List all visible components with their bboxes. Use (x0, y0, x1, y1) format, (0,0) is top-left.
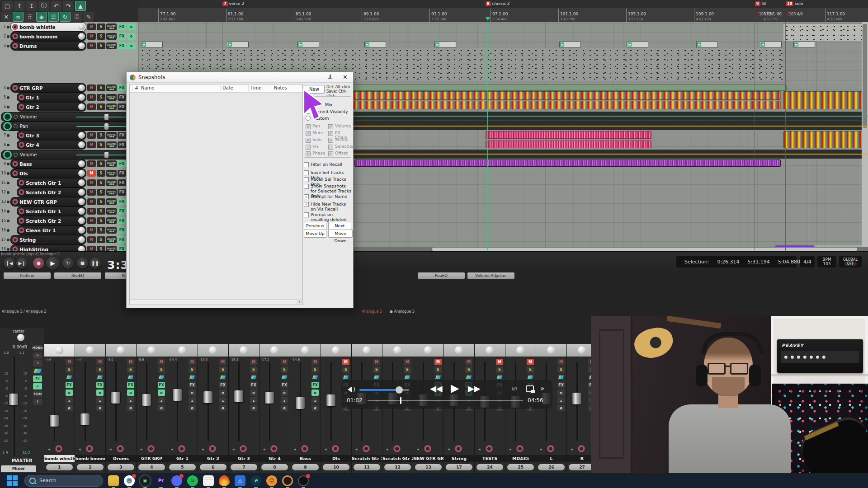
record-monitor-dot[interactable] (7, 191, 9, 194)
strip-pan-knob[interactable] (301, 346, 309, 354)
fx-slot[interactable]: Flatline (4, 272, 51, 279)
strip-record-arm[interactable] (147, 445, 155, 452)
record-arm-button[interactable] (12, 170, 18, 176)
solo-button[interactable]: S (97, 94, 105, 101)
strip-pan-knob[interactable] (578, 346, 586, 354)
record-monitor-dot[interactable] (7, 239, 9, 241)
strip-mute-button[interactable]: M (311, 359, 319, 365)
mute-button[interactable]: M (87, 141, 96, 148)
strip-trim-button[interactable]: ▴ (281, 397, 288, 404)
record-monitor-dot[interactable] (7, 172, 9, 175)
track-row-1[interactable]: 1bomb whistleMSROUTEFXo (0, 22, 138, 32)
strip-io-button[interactable]: o (311, 389, 319, 396)
record-monitor-dot[interactable] (7, 134, 9, 137)
mute-button[interactable]: M (87, 42, 96, 49)
record-arm-button[interactable] (19, 208, 24, 214)
more-controls-icon[interactable]: » (540, 385, 544, 393)
midi-item[interactable]: M (559, 41, 581, 48)
strip-record-arm[interactable] (117, 445, 124, 452)
strip-phase-button[interactable]: ø (250, 405, 257, 411)
mute-button[interactable]: M (87, 33, 96, 40)
solo-button[interactable]: S (97, 227, 105, 234)
strip-trim-button[interactable]: ▴ (96, 397, 104, 404)
strip-mute-button[interactable]: M (96, 359, 104, 365)
master-o-button[interactable]: o (33, 383, 42, 389)
file-explorer-icon[interactable] (108, 475, 119, 486)
timeline-ruler[interactable]: 7verse 28chorus 29fill10solo 77.1.002:47… (138, 0, 868, 22)
record-arm-button[interactable] (12, 33, 18, 39)
envelope-arm-icon[interactable] (3, 122, 12, 131)
strip-fx-button[interactable]: FX (250, 382, 257, 388)
time-signature-display[interactable]: 4/4 (800, 256, 815, 267)
solo-button[interactable]: S (97, 42, 105, 49)
close-icon[interactable]: ✕ (343, 74, 348, 80)
record-monitor-dot[interactable] (7, 201, 9, 203)
track-row-18[interactable]: 18HighStringMSROUTEFXo (0, 244, 138, 251)
strip-io-button[interactable]: o (250, 389, 257, 396)
route-button[interactable]: ROUTE (106, 103, 117, 110)
pan-knob[interactable] (78, 160, 85, 167)
strip-route-button[interactable] (342, 374, 349, 380)
audio-item-top-right[interactable] (783, 24, 867, 41)
audio-item-gtr-right[interactable] (783, 91, 867, 109)
strip-fader-cap[interactable] (50, 415, 59, 427)
strip-phase-button[interactable]: ø (158, 405, 165, 411)
envelope-slider[interactable] (76, 117, 131, 117)
undo-icon[interactable]: ↶ (51, 1, 61, 11)
strip-phase-button[interactable]: ø (127, 405, 134, 411)
strip-record-arm[interactable] (363, 445, 370, 452)
strip-mute-button[interactable]: M (281, 359, 288, 365)
strip-route-button[interactable] (219, 374, 226, 380)
strip-trim-button[interactable]: ▴ (557, 397, 565, 404)
strip-record-arm[interactable] (455, 445, 462, 452)
record-arm-button[interactable] (12, 161, 18, 167)
route-button[interactable]: ROUTE (106, 179, 117, 186)
midi-item[interactable]: M (364, 41, 386, 48)
record-arm-button[interactable] (19, 132, 24, 138)
mixer-strip-5[interactable]: -14.4MSFXo▴ø◂Gtr 15 (167, 344, 198, 473)
envelope-bypass-icon[interactable] (14, 153, 18, 157)
track-row-8[interactable]: 8Gtr 4MSROUTEFXo (0, 140, 138, 150)
midi-item[interactable]: M (297, 41, 319, 48)
route-button[interactable]: ROUTE (106, 208, 117, 215)
record-arm-button[interactable] (19, 189, 24, 195)
fx-button[interactable]: FX (118, 246, 126, 251)
envelope-bypass-icon[interactable] (14, 124, 18, 128)
strip-fader-cap[interactable] (203, 391, 212, 403)
record-arm-button[interactable] (19, 104, 24, 110)
mute-button[interactable]: M (87, 198, 96, 205)
midi-item[interactable]: M (141, 41, 163, 48)
mute-button[interactable]: M (87, 217, 96, 224)
strip-route-button[interactable] (311, 374, 319, 380)
io-button[interactable]: o (127, 33, 136, 40)
route-button[interactable]: ROUTE (106, 170, 117, 177)
solo-button[interactable]: S (97, 170, 105, 177)
mixer-strip-6[interactable]: -15.5MSFXo▴ø◂Gtr 26 (198, 344, 229, 473)
record-monitor-dot[interactable] (7, 210, 9, 213)
record-arm-button[interactable] (19, 227, 24, 233)
strip-io-button[interactable]: o (66, 389, 73, 396)
selection-display[interactable]: Selection: 0:26.314 5:31.194 5:04.880 (676, 256, 797, 267)
mute-button[interactable]: M (87, 236, 96, 243)
strip-mute-button[interactable]: M (342, 359, 349, 365)
chrome-icon[interactable] (124, 475, 135, 486)
strip-phase-button[interactable]: ø (189, 405, 196, 411)
mute-button[interactable]: M (87, 103, 96, 110)
pin-icon[interactable] (327, 74, 333, 80)
fx-button[interactable]: FX (118, 33, 126, 40)
go-to-start-button[interactable]: ❙◀ (4, 258, 15, 269)
strip-trim-button[interactable]: ▴ (66, 397, 73, 404)
column-header-notes[interactable]: Notes (272, 85, 287, 91)
strip-mute-button[interactable]: M (219, 359, 226, 365)
record-monitor-dot[interactable] (7, 163, 9, 165)
strip-fx-button[interactable]: FX (96, 382, 104, 388)
strip-pan-knob[interactable] (86, 346, 94, 354)
fx-button[interactable]: FX (118, 208, 126, 215)
strip-phase-button[interactable]: ø (311, 405, 319, 411)
envelope-arm-icon[interactable] (3, 113, 12, 121)
strip-record-arm[interactable] (547, 445, 554, 452)
strip-mute-button[interactable]: M (404, 359, 411, 365)
track-row-7[interactable]: 7Gtr 3MSROUTEFXo (0, 131, 138, 140)
strip-fader-cap[interactable] (142, 394, 151, 406)
strip-trim-button[interactable]: ▴ (311, 397, 319, 404)
